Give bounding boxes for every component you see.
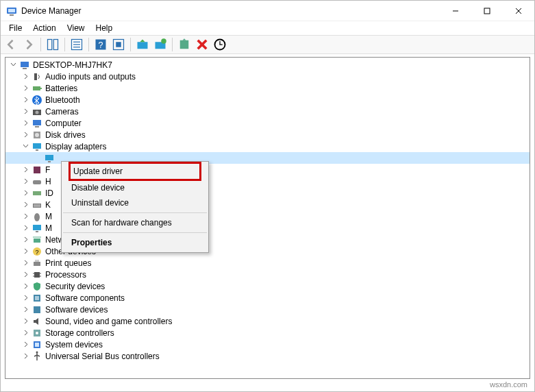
- chevron-right-icon[interactable]: [21, 305, 30, 315]
- chevron-right-icon[interactable]: [21, 270, 30, 280]
- tree-node[interactable]: Software devices: [5, 304, 530, 315]
- chevron-right-icon[interactable]: [21, 95, 30, 105]
- chevron-right-icon[interactable]: [21, 212, 30, 221]
- tree-root[interactable]: DESKTOP-MHJ7HK7: [5, 59, 530, 71]
- tree-node[interactable]: Software components: [5, 292, 530, 304]
- tree-node[interactable]: Sound, video and game controllers: [5, 315, 530, 327]
- menu-view[interactable]: View: [62, 22, 90, 34]
- show-hide-tree-button[interactable]: [45, 37, 60, 52]
- node-label: Batteries: [45, 84, 77, 93]
- chevron-right-icon[interactable]: [21, 282, 30, 291]
- forward-button[interactable]: [21, 37, 36, 52]
- minimize-button[interactable]: [440, 1, 471, 21]
- tree-node[interactable]: Computer: [5, 117, 530, 129]
- chevron-right-icon[interactable]: [21, 340, 30, 350]
- node-label: M: [45, 223, 52, 233]
- chevron-down-icon[interactable]: [8, 60, 18, 70]
- tree-node[interactable]: Batteries: [5, 82, 530, 94]
- chevron-right-icon[interactable]: [21, 200, 30, 210]
- tree-node[interactable]: Cameras: [5, 106, 530, 117]
- svg-rect-8: [53, 40, 58, 50]
- chevron-right-icon[interactable]: [21, 177, 30, 186]
- tree-node[interactable]: Universal Serial Bus controllers: [5, 350, 530, 362]
- back-button[interactable]: [3, 37, 18, 52]
- close-button[interactable]: [503, 1, 534, 21]
- cpu-icon: [32, 269, 42, 280]
- node-label: Security devices: [45, 282, 105, 291]
- tree-node[interactable]: Display adapters: [5, 140, 530, 152]
- chevron-right-icon[interactable]: [21, 352, 30, 361]
- context-menu-item-update driver[interactable]: Update driver: [69, 162, 201, 181]
- chevron-right-icon[interactable]: [21, 107, 30, 117]
- menu-file[interactable]: File: [3, 22, 27, 34]
- swdev-icon: [32, 304, 42, 315]
- tree-node[interactable]: Processors: [5, 269, 530, 280]
- svg-rect-24: [21, 62, 29, 67]
- svg-rect-40: [34, 167, 40, 173]
- node-label: Software devices: [45, 305, 108, 315]
- chevron-right-icon[interactable]: [21, 328, 30, 338]
- tree-node[interactable]: Disk drives: [5, 129, 530, 140]
- properties-button[interactable]: [69, 37, 84, 52]
- chevron-right-icon[interactable]: [21, 235, 30, 245]
- usb-icon: [32, 351, 42, 362]
- svg-rect-33: [35, 126, 39, 127]
- chevron-right-icon[interactable]: [21, 72, 30, 82]
- chevron-down-icon[interactable]: [21, 142, 30, 151]
- chevron-right-icon[interactable]: [21, 223, 30, 233]
- svg-rect-61: [35, 296, 39, 300]
- context-menu-item-uninstall device[interactable]: Uninstall device: [62, 195, 208, 210]
- node-label: Software components: [45, 293, 125, 303]
- bluetooth-icon: [32, 95, 42, 106]
- monitor-icon: [32, 223, 42, 234]
- watermark: wsxdn.com: [490, 380, 527, 389]
- svg-rect-48: [36, 231, 38, 232]
- tree-node[interactable]: Bluetooth: [5, 94, 530, 106]
- scan-button[interactable]: [153, 37, 168, 52]
- menu-action[interactable]: Action: [27, 22, 61, 34]
- chevron-right-icon[interactable]: [21, 247, 30, 256]
- chevron-right-icon[interactable]: [21, 84, 30, 93]
- svg-rect-53: [34, 262, 40, 266]
- help-button[interactable]: ?: [93, 37, 108, 52]
- menu-help[interactable]: Help: [90, 22, 119, 34]
- update-driver-button[interactable]: [135, 37, 150, 52]
- chevron-right-icon[interactable]: [21, 188, 30, 198]
- maximize-button[interactable]: [471, 1, 503, 21]
- chevron-right-icon[interactable]: [21, 317, 30, 326]
- action-button[interactable]: [111, 37, 126, 52]
- toolbar-separator: [64, 38, 65, 51]
- node-label: Processors: [45, 270, 86, 280]
- node-label: Print queues: [45, 258, 91, 268]
- svg-rect-42: [33, 191, 41, 195]
- add-legacy-button[interactable]: [177, 37, 192, 52]
- tree-node[interactable]: Audio inputs and outputs: [5, 71, 530, 82]
- toolbar-separator: [172, 38, 173, 51]
- svg-rect-41: [33, 180, 41, 184]
- ide-icon: [32, 188, 42, 199]
- svg-rect-20: [180, 40, 189, 49]
- chevron-right-icon[interactable]: [21, 119, 30, 128]
- chevron-right-icon[interactable]: [21, 293, 30, 303]
- tree-node[interactable]: System devices: [5, 339, 530, 350]
- node-label: System devices: [45, 340, 103, 350]
- scan-hardware-button[interactable]: [212, 37, 227, 52]
- tree-node[interactable]: Security devices: [5, 280, 530, 292]
- chevron-right-icon[interactable]: [21, 258, 30, 268]
- context-menu-item-disable device[interactable]: Disable device: [62, 180, 208, 195]
- svg-rect-27: [33, 86, 40, 90]
- svg-rect-7: [48, 40, 52, 50]
- svg-rect-47: [33, 225, 41, 230]
- tree-node[interactable]: Storage controllers: [5, 327, 530, 339]
- uninstall-button[interactable]: [195, 37, 210, 52]
- node-label: Universal Serial Bus controllers: [45, 352, 160, 361]
- node-label: K: [45, 200, 51, 210]
- svg-rect-37: [36, 149, 38, 151]
- context-menu-item-scan for hardware changes[interactable]: Scan for hardware changes: [62, 215, 208, 230]
- chevron-right-icon[interactable]: [21, 130, 30, 140]
- context-menu-item-properties[interactable]: Properties: [62, 235, 208, 250]
- display-icon: [32, 141, 42, 152]
- titlebar: Device Manager: [1, 1, 534, 21]
- tree-node[interactable]: Print queues: [5, 257, 530, 269]
- chevron-right-icon[interactable]: [21, 165, 30, 175]
